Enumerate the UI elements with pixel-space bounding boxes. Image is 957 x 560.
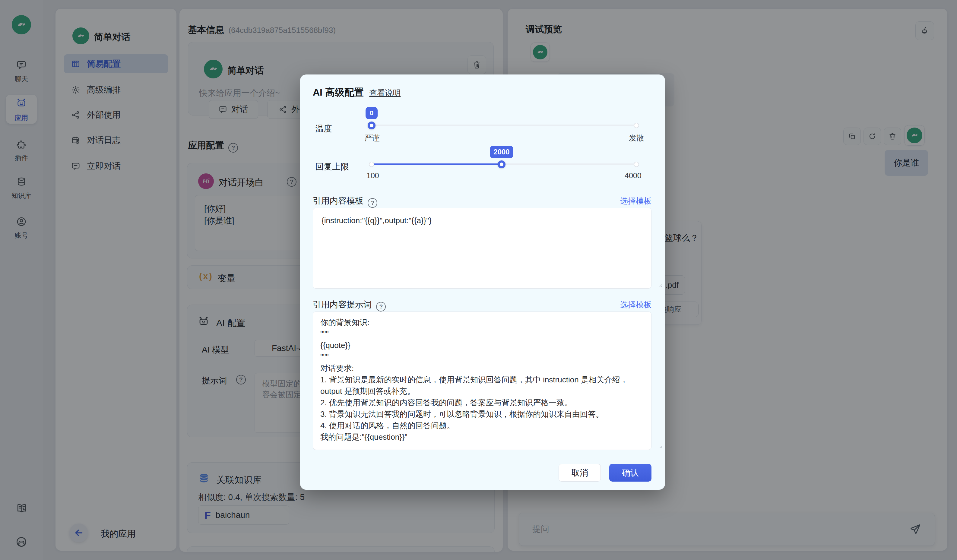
max-tokens-value-badge: 2000 [490, 146, 513, 158]
quote-template-textarea[interactable]: {instruction:"{{q}}",output:"{{a}}"} [313, 208, 651, 289]
temperature-slider-end[interactable] [634, 123, 639, 128]
quote-prompt-help-icon[interactable]: ? [376, 302, 386, 312]
ai-advanced-config-modal: AI 高级配置 查看说明 温度 0 严谨 发散 回复上限 2000 100 40… [300, 74, 665, 490]
modal-help-link[interactable]: 查看说明 [369, 88, 401, 98]
confirm-button[interactable]: 确认 [609, 464, 651, 481]
modal-title: AI 高级配置 [313, 87, 364, 98]
app-root: 聊天 应用 插件 知识库 [0, 0, 957, 560]
temperature-min-label: 严谨 [365, 133, 380, 143]
max-tokens-slider-start[interactable] [369, 162, 374, 167]
max-tokens-slider-end[interactable] [634, 162, 639, 167]
quote-prompt-textarea[interactable]: 你的背景知识: """ {{quote}} """ 对话要求: 1. 背景知识是… [313, 312, 651, 450]
max-tokens-max-label: 4000 [625, 171, 641, 180]
max-tokens-label: 回复上限 [315, 161, 349, 172]
confirm-button-label: 确认 [622, 467, 639, 479]
temperature-slider-thumb[interactable] [368, 121, 376, 129]
quote-template-help-icon[interactable]: ? [368, 198, 377, 208]
cancel-button[interactable]: 取消 [559, 464, 601, 481]
max-tokens-slider-fill [371, 164, 502, 165]
quote-template-select-link[interactable]: 选择模板 [620, 196, 651, 206]
max-tokens-slider-thumb[interactable] [497, 161, 505, 168]
resize-handle-icon[interactable] [658, 282, 663, 287]
resize-handle-icon[interactable] [658, 444, 663, 449]
quote-prompt-label: 引用内容提示词 [313, 300, 372, 309]
quote-template-label: 引用内容模板 [313, 196, 363, 205]
temperature-value-badge: 0 [366, 107, 377, 119]
temperature-slider[interactable] [371, 125, 636, 126]
max-tokens-min-label: 100 [366, 171, 379, 180]
cancel-button-label: 取消 [571, 467, 588, 479]
temperature-label: 温度 [315, 123, 332, 134]
temperature-max-label: 发散 [629, 133, 644, 143]
quote-prompt-select-link[interactable]: 选择模板 [620, 300, 651, 310]
